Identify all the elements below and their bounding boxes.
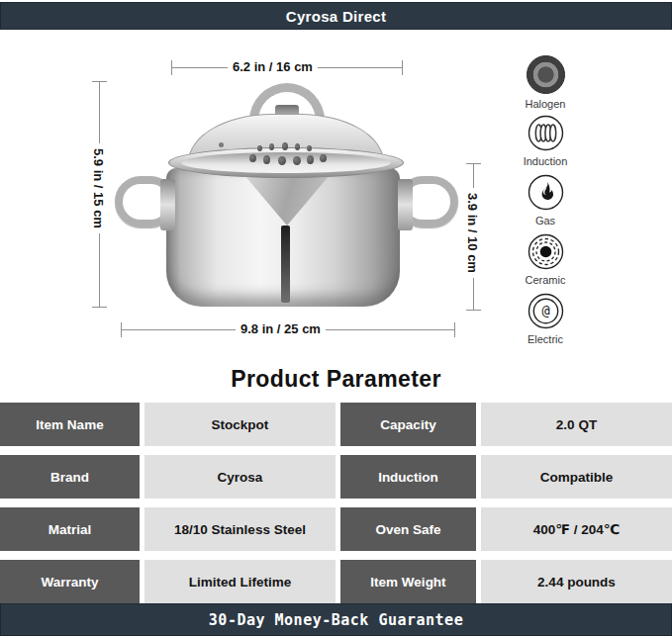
spec-label: Matrial bbox=[0, 507, 140, 551]
spec-label: Induction bbox=[340, 455, 476, 499]
spec-value: Cyrosa bbox=[144, 455, 336, 499]
compat-gas: Gas bbox=[516, 174, 575, 227]
spec-label: Item Name bbox=[0, 403, 140, 446]
compat-electric: @ Electric bbox=[516, 293, 575, 345]
compat-ceramic: Ceramic bbox=[516, 233, 575, 286]
strainer-hole bbox=[263, 155, 270, 164]
spec-table: Item Name Stockpot Capacity 2.0 QT Brand… bbox=[0, 403, 672, 603]
strainer-hole bbox=[269, 143, 274, 150]
compat-induction: Induction bbox=[516, 115, 575, 167]
strainer-hole bbox=[257, 145, 262, 151]
strainer-hole bbox=[307, 155, 314, 164]
ceramic-label: Ceramic bbox=[516, 274, 575, 286]
guarantee-banner: 30-Day Money-Back Guarantee bbox=[0, 603, 672, 636]
spec-label: Item Weight bbox=[340, 560, 476, 603]
spec-value: Compatible bbox=[481, 455, 672, 499]
spec-value: 2.0 QT bbox=[481, 403, 672, 446]
lid-rim-inner bbox=[181, 152, 391, 173]
spec-value: 2.44 pounds bbox=[481, 560, 672, 603]
strainer-hole bbox=[249, 154, 256, 162]
strainer-hole bbox=[320, 154, 327, 162]
brand-banner: Cyrosa Direct bbox=[0, 2, 672, 30]
strainer-hole bbox=[278, 156, 286, 165]
gas-label: Gas bbox=[516, 215, 575, 227]
brand-title: Cyrosa Direct bbox=[286, 8, 386, 25]
dimension-right-label: 3.9 in / 10 cm bbox=[465, 188, 480, 278]
page-title: Product Parameter bbox=[0, 366, 672, 393]
pot-left-handle-mount bbox=[160, 179, 175, 230]
spec-label: Capacity bbox=[340, 403, 476, 446]
dimension-left-label: 5.9 in / 15 cm bbox=[91, 143, 106, 233]
ceramic-icon bbox=[528, 233, 564, 270]
electric-label: Electric bbox=[516, 333, 575, 345]
strainer-hole bbox=[293, 156, 301, 165]
guarantee-text: 30-Day Money-Back Guarantee bbox=[209, 611, 463, 629]
induction-label: Induction bbox=[516, 155, 575, 167]
svg-text:@: @ bbox=[541, 303, 549, 318]
compat-halogen: Halogen bbox=[516, 55, 575, 110]
strainer-hole bbox=[282, 142, 288, 150]
spec-label: Oven Safe bbox=[340, 507, 476, 551]
dimension-top-label: 6.2 in / 16 cm bbox=[228, 59, 318, 74]
spec-value: 18/10 Stainless Steel bbox=[144, 507, 336, 551]
spec-label: Brand bbox=[0, 455, 140, 499]
dimension-bottom-label: 9.8 in / 25 cm bbox=[236, 321, 326, 336]
spec-value: Stockpot bbox=[144, 403, 336, 446]
pot-right-handle-mount bbox=[398, 179, 413, 230]
halogen-label: Halogen bbox=[516, 98, 575, 110]
gas-icon bbox=[528, 174, 564, 211]
electric-icon: @ bbox=[528, 293, 564, 329]
induction-icon bbox=[528, 115, 564, 151]
spec-value: Limited Lifetime bbox=[144, 560, 336, 603]
spec-label: Warranty bbox=[0, 560, 140, 603]
product-infographic: Cyrosa Direct 6.2 in / 16 cm bbox=[0, 0, 672, 636]
halogen-icon bbox=[527, 55, 565, 94]
lid-screw bbox=[219, 142, 224, 147]
strainer-hole bbox=[295, 143, 300, 150]
spec-value: 400℉ / 204℃ bbox=[481, 507, 672, 551]
pot-reflection-stripe bbox=[281, 226, 290, 303]
strainer-hole bbox=[307, 145, 312, 151]
